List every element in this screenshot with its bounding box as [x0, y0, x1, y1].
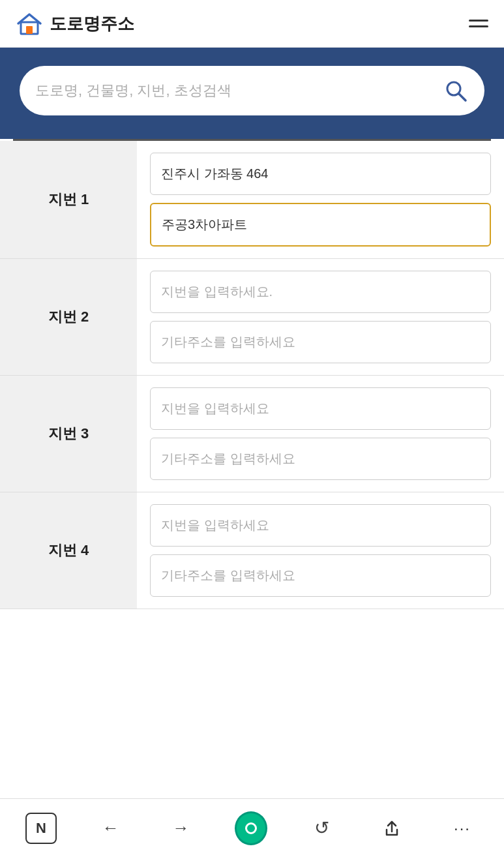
search-placeholder-text: 도로명, 건물명, 지번, 초성검색 — [35, 81, 435, 100]
nav-share-button[interactable] — [376, 812, 408, 845]
form-row-1: 지번 1 진주시 가좌동 464 주공3차아파트 — [0, 141, 504, 259]
more-dots-icon: ··· — [454, 819, 471, 837]
svg-line-3 — [459, 94, 466, 100]
search-bar[interactable]: 도로명, 건물명, 지번, 초성검색 — [20, 66, 484, 115]
bottom-navigation: N ← → ↺ ··· — [0, 798, 504, 857]
jibun3-address-input[interactable]: 지번을 입력하세요 — [150, 387, 491, 430]
row-inputs-4: 지번을 입력하세요 기타주소를 입력하세요 — [137, 492, 504, 609]
header: 도로명주소 — [0, 0, 504, 48]
form-row-4: 지번 4 지번을 입력하세요 기타주소를 입력하세요 — [0, 492, 504, 609]
search-icon[interactable] — [443, 78, 469, 104]
nav-more-button[interactable]: ··· — [446, 812, 479, 845]
home-circle-icon — [235, 811, 267, 845]
logo-text: 도로명주소 — [50, 12, 134, 35]
form-row-2: 지번 2 지번을 입력하세요. 기타주소를 입력하세요 — [0, 259, 504, 376]
row-label-2: 지번 2 — [0, 259, 137, 375]
nav-n-button[interactable]: N — [25, 813, 57, 844]
svg-rect-1 — [26, 26, 33, 34]
back-arrow-icon: ← — [102, 818, 119, 838]
forward-arrow-icon: → — [173, 818, 190, 838]
jibun1-address-input[interactable]: 진주시 가좌동 464 — [150, 153, 491, 195]
row-label-1: 지번 1 — [0, 141, 137, 258]
jibun2-other-input[interactable]: 기타주소를 입력하세요 — [150, 321, 491, 363]
jibun3-other-input[interactable]: 기타주소를 입력하세요 — [150, 438, 491, 480]
row-label-3: 지번 3 — [0, 376, 137, 492]
home-circle-inner — [245, 822, 257, 834]
search-area: 도로명, 건물명, 지번, 초성검색 — [0, 48, 504, 139]
row-label-4: 지번 4 — [0, 492, 137, 609]
row-inputs-3: 지번을 입력하세요 기타주소를 입력하세요 — [137, 376, 504, 492]
nav-home-button[interactable] — [235, 812, 267, 845]
jibun1-building-input[interactable]: 주공3차아파트 — [150, 203, 491, 247]
reload-icon: ↺ — [314, 817, 329, 839]
nav-reload-button[interactable]: ↺ — [305, 812, 338, 845]
logo-area: 도로명주소 — [16, 12, 134, 35]
form-content: 지번 1 진주시 가좌동 464 주공3차아파트 지번 2 지번을 입력하세요.… — [0, 141, 504, 798]
jibun4-other-input[interactable]: 기타주소를 입력하세요 — [150, 554, 491, 597]
form-row-3: 지번 3 지번을 입력하세요 기타주소를 입력하세요 — [0, 376, 504, 492]
row-inputs-2: 지번을 입력하세요. 기타주소를 입력하세요 — [137, 259, 504, 375]
jibun2-address-input[interactable]: 지번을 입력하세요. — [150, 271, 491, 313]
row-inputs-1: 진주시 가좌동 464 주공3차아파트 — [137, 141, 504, 258]
share-icon — [382, 819, 402, 838]
hamburger-menu-icon[interactable] — [469, 20, 488, 27]
logo-icon — [16, 12, 43, 35]
nav-back-button[interactable]: ← — [95, 812, 127, 845]
nav-forward-button[interactable]: → — [165, 812, 198, 845]
jibun4-address-input[interactable]: 지번을 입력하세요 — [150, 504, 491, 547]
